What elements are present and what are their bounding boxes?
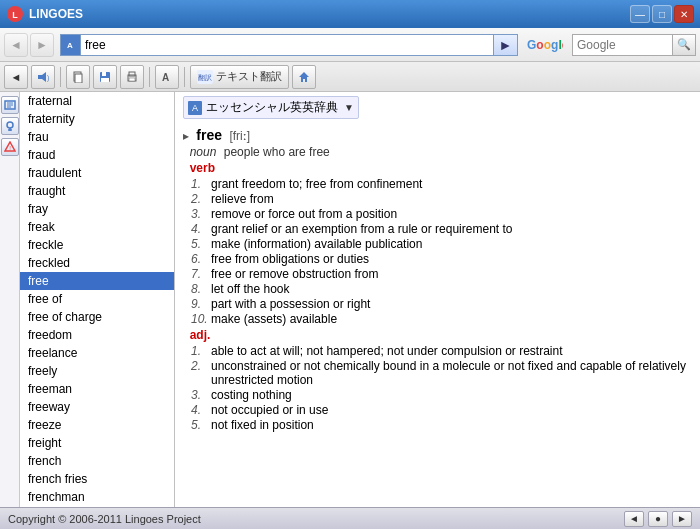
status-next-button[interactable]: ►: [672, 511, 692, 527]
svg-text:L: L: [12, 10, 18, 20]
print-button[interactable]: [120, 65, 144, 89]
word-list-item[interactable]: fraternal: [20, 92, 174, 110]
save-button[interactable]: [93, 65, 117, 89]
def-number: 3.: [191, 207, 211, 221]
word-list-item[interactable]: freeway: [20, 398, 174, 416]
word-entry: ▸ free [friː] noun people who are free v…: [183, 125, 692, 435]
sidebar-icon-3[interactable]: !: [1, 138, 19, 156]
google-label: Google: [527, 38, 563, 52]
word-list-item[interactable]: freckled: [20, 254, 174, 272]
pos-noun-label: noun people who are free: [183, 145, 692, 159]
adj-def-line: 5.not fixed in position: [191, 418, 692, 432]
entry-bullet: ▸: [183, 129, 189, 143]
def-text: grant relief or an exemption from a rule…: [211, 222, 692, 236]
search-input[interactable]: [80, 34, 493, 56]
verb-def-line: 5.make (information) available publicati…: [191, 237, 692, 251]
word-list-item[interactable]: frenchman: [20, 488, 174, 506]
svg-text:): ): [47, 74, 49, 82]
def-number: 7.: [191, 267, 211, 281]
title-bar: L LINGOES — □ ✕: [0, 0, 700, 28]
sidebar-icon-1[interactable]: [1, 96, 19, 114]
def-number: 8.: [191, 282, 211, 296]
def-number: 6.: [191, 252, 211, 266]
word-list-item[interactable]: frau: [20, 128, 174, 146]
word-list-item[interactable]: french: [20, 452, 174, 470]
def-number: 2.: [191, 359, 211, 387]
font-button[interactable]: A: [155, 65, 179, 89]
word-list-item[interactable]: french fries: [20, 470, 174, 488]
word-list: fraternalfraternityfraufraudfraudulentfr…: [20, 92, 174, 507]
word-list-item[interactable]: free of: [20, 290, 174, 308]
adj-def-line: 4.not occupied or in use: [191, 403, 692, 417]
word-list-item[interactable]: fraudulent: [20, 164, 174, 182]
app-logo: L: [6, 5, 24, 23]
word-list-item[interactable]: freckle: [20, 236, 174, 254]
def-text: remove or force out from a position: [211, 207, 692, 221]
svg-rect-8: [75, 74, 82, 83]
word-list-item[interactable]: freight: [20, 434, 174, 452]
status-bar: Copyright © 2006-2011 Lingoes Project ◄ …: [0, 507, 700, 529]
def-number: 5.: [191, 418, 211, 432]
verb-def-line: 4.grant relief or an exemption from a ru…: [191, 222, 692, 236]
def-text: make (assets) available: [211, 312, 692, 326]
svg-rect-11: [101, 78, 109, 82]
def-number: 2.: [191, 192, 211, 206]
minimize-button[interactable]: —: [630, 5, 650, 23]
word-list-item[interactable]: fraud: [20, 146, 174, 164]
status-prev-button[interactable]: ◄: [624, 511, 644, 527]
word-list-item[interactable]: fraught: [20, 182, 174, 200]
def-text: not fixed in position: [211, 418, 692, 432]
verb-def-line: 1.grant freedom to; free from confinemen…: [191, 177, 692, 191]
translate-button[interactable]: 翻訳 テキスト翻訳: [190, 65, 289, 89]
adj-def-line: 3.costing nothing: [191, 388, 692, 402]
word-list-item[interactable]: free of charge: [20, 308, 174, 326]
verb-def-line: 6.free from obligations or duties: [191, 252, 692, 266]
noun-definition: people who are free: [224, 145, 330, 159]
status-circle-button[interactable]: ●: [648, 511, 668, 527]
app-title: LINGOES: [29, 7, 628, 21]
speaker-button[interactable]: ): [31, 65, 55, 89]
search-go-button[interactable]: ►: [493, 34, 518, 56]
def-text: not occupied or in use: [211, 403, 692, 417]
sidebar-icon-2[interactable]: [1, 117, 19, 135]
word-list-item[interactable]: fray: [20, 200, 174, 218]
search-box: A ►: [60, 34, 518, 56]
def-number: 1.: [191, 344, 211, 358]
def-text: able to act at will; not hampered; not u…: [211, 344, 692, 358]
secondary-toolbar: ◄ ) A 翻訳: [0, 62, 700, 92]
copy-button[interactable]: [66, 65, 90, 89]
home-button[interactable]: [292, 65, 316, 89]
word-list-item[interactable]: freeman: [20, 380, 174, 398]
nav-back-small-button[interactable]: ◄: [4, 65, 28, 89]
svg-text:!: !: [9, 145, 11, 151]
maximize-button[interactable]: □: [652, 5, 672, 23]
google-input[interactable]: [572, 34, 672, 56]
def-text: relieve from: [211, 192, 692, 206]
forward-button[interactable]: ►: [30, 33, 54, 57]
toolbar-separator-1: [60, 67, 61, 87]
def-number: 10.: [191, 312, 211, 326]
word-list-item[interactable]: freak: [20, 218, 174, 236]
word-list-panel: fraternalfraternityfraufraudfraudulentfr…: [20, 92, 175, 507]
google-search-box: 🔍: [572, 34, 696, 56]
word-list-item[interactable]: freeze: [20, 416, 174, 434]
back-button[interactable]: ◄: [4, 33, 28, 57]
word-list-item[interactable]: free: [20, 272, 174, 290]
translate-label: テキスト翻訳: [216, 69, 282, 84]
word-list-item[interactable]: freedom: [20, 326, 174, 344]
close-button[interactable]: ✕: [674, 5, 694, 23]
def-number: 4.: [191, 403, 211, 417]
entry-word: free: [196, 127, 222, 143]
dict-selector[interactable]: A エッセンシャル英英辞典 ▼: [183, 96, 359, 119]
google-search-button[interactable]: 🔍: [672, 34, 696, 56]
def-text: part with a possession or right: [211, 297, 692, 311]
verb-definitions: 1.grant freedom to; free from confinemen…: [183, 177, 692, 326]
entry-pronunciation: [friː]: [229, 129, 250, 143]
def-text: unconstrained or not chemically bound in…: [211, 359, 692, 387]
word-list-item[interactable]: freely: [20, 362, 174, 380]
word-list-item[interactable]: freelance: [20, 344, 174, 362]
pos-adj-label: adj.: [183, 328, 692, 342]
status-text: Copyright © 2006-2011 Lingoes Project: [8, 513, 624, 525]
word-list-item[interactable]: fraternity: [20, 110, 174, 128]
svg-text:A: A: [68, 41, 74, 50]
